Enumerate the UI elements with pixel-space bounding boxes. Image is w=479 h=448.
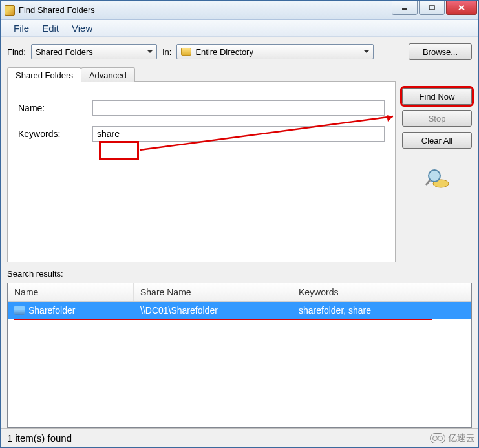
- column-header-name[interactable]: Name: [8, 283, 134, 301]
- watermark-icon: [430, 433, 445, 443]
- find-row: Find: Shared Folders In: Entire Director…: [7, 43, 472, 60]
- tab-shared-folders[interactable]: Shared Folders: [7, 67, 81, 83]
- column-header-share-name[interactable]: Share Name: [134, 283, 292, 301]
- find-dropdown[interactable]: Shared Folders: [31, 44, 157, 59]
- app-icon: [5, 5, 15, 16]
- in-dropdown-value: Entire Directory: [195, 47, 253, 57]
- cell-share-name: \\DC01\Sharefolder: [134, 305, 292, 315]
- keywords-input[interactable]: [92, 126, 385, 142]
- menu-file[interactable]: File: [7, 21, 36, 35]
- menubar: File Edit View: [1, 20, 478, 37]
- browse-button[interactable]: Browse...: [409, 43, 472, 60]
- cell-keywords: sharefolder, share: [292, 305, 471, 315]
- maximize-button[interactable]: [419, 1, 445, 15]
- form-area: Name: Keywords:: [8, 82, 395, 170]
- close-button[interactable]: [446, 1, 477, 15]
- svg-line-6: [426, 180, 430, 185]
- results-label: Search results:: [7, 269, 472, 279]
- middle-section: Shared Folders Advanced Name: Keywords:: [7, 81, 472, 262]
- keywords-row: Keywords:: [18, 126, 385, 142]
- table-row[interactable]: Sharefolder \\DC01\Sharefolder sharefold…: [8, 302, 471, 319]
- name-input[interactable]: [92, 100, 385, 116]
- clear-all-button[interactable]: Clear All: [402, 132, 472, 149]
- share-icon: [14, 306, 25, 315]
- watermark: 亿速云: [430, 432, 475, 444]
- menu-view[interactable]: View: [65, 21, 99, 35]
- cell-name-text: Sharefolder: [28, 305, 75, 315]
- folder-icon: [181, 48, 191, 56]
- svg-point-5: [429, 170, 440, 182]
- find-dropdown-value: Shared Folders: [36, 47, 93, 57]
- grid-header: Name Share Name Keywords: [8, 283, 471, 302]
- watermark-text: 亿速云: [448, 432, 475, 444]
- window-controls: [392, 1, 478, 19]
- in-label: In:: [162, 47, 171, 57]
- keywords-label: Keywords:: [18, 129, 92, 139]
- menu-edit[interactable]: Edit: [36, 21, 65, 35]
- column-header-keywords[interactable]: Keywords: [292, 283, 471, 301]
- side-buttons: Find Now Stop Clear All: [402, 81, 472, 262]
- minimize-button[interactable]: [392, 1, 418, 15]
- annotation-underline: [14, 319, 432, 320]
- find-now-button[interactable]: Find Now: [402, 88, 472, 105]
- name-row: Name:: [18, 100, 385, 116]
- find-label: Find:: [7, 47, 26, 57]
- window-title: Find Shared Folders: [19, 5, 392, 15]
- content-area: Find: Shared Folders In: Entire Director…: [1, 37, 478, 428]
- svg-rect-1: [429, 6, 434, 10]
- tab-advanced[interactable]: Advanced: [81, 67, 135, 82]
- magnifier-folder-icon: [424, 167, 450, 193]
- cell-name: Sharefolder: [8, 305, 134, 315]
- window-frame: Find Shared Folders File Edit View Find:…: [0, 0, 479, 448]
- stop-button: Stop: [402, 110, 472, 127]
- results-grid[interactable]: Name Share Name Keywords Sharefolder \\D…: [7, 283, 472, 428]
- titlebar[interactable]: Find Shared Folders: [1, 1, 478, 20]
- in-dropdown[interactable]: Entire Directory: [176, 44, 374, 59]
- statusbar: 1 item(s) found: [1, 428, 478, 447]
- tabs: Shared Folders Advanced: [7, 67, 134, 83]
- name-label: Name:: [18, 103, 92, 113]
- status-text: 1 item(s) found: [7, 432, 72, 443]
- tab-panel: Shared Folders Advanced Name: Keywords:: [7, 81, 396, 262]
